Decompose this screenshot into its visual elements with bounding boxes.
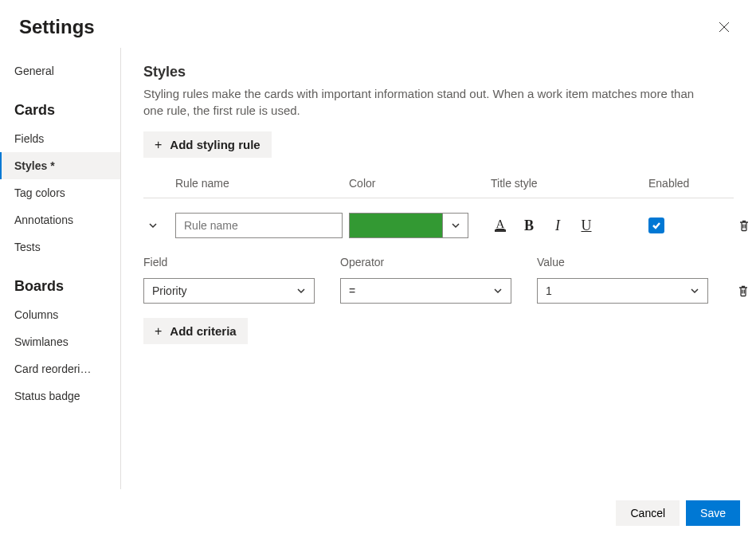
- main-panel: Styles Styling rules make the cards with…: [121, 48, 756, 489]
- color-dropdown-button[interactable]: [442, 214, 468, 237]
- sidebar-item-tag-colors[interactable]: Tag colors: [0, 179, 120, 206]
- add-criteria-button[interactable]: + Add criteria: [143, 318, 248, 344]
- enabled-checkbox[interactable]: [648, 218, 664, 233]
- col-enabled: Enabled: [648, 177, 728, 190]
- delete-rule-button[interactable]: [734, 216, 754, 235]
- rule-row: A B I U: [143, 198, 734, 253]
- add-styling-rule-button[interactable]: + Add styling rule: [143, 131, 272, 158]
- col-operator: Operator: [340, 256, 511, 268]
- sidebar-item-columns[interactable]: Columns: [0, 301, 120, 328]
- sidebar-item-card-reordering[interactable]: Card reorderi…: [0, 355, 120, 382]
- close-icon: [719, 22, 730, 33]
- sidebar-item-tests[interactable]: Tests: [0, 233, 120, 261]
- plus-icon: +: [155, 139, 162, 151]
- font-color-button[interactable]: A: [491, 216, 510, 235]
- dialog-title: Settings: [19, 16, 95, 38]
- sidebar: General Cards Fields Styles * Tag colors…: [0, 48, 121, 489]
- trash-icon: [737, 284, 750, 297]
- color-picker[interactable]: [349, 213, 468, 238]
- chevron-down-icon: [148, 221, 158, 230]
- close-button[interactable]: [711, 14, 737, 40]
- add-criteria-label: Add criteria: [170, 324, 236, 338]
- title-style-group: A B I U: [491, 216, 642, 235]
- chevron-down-icon: [296, 286, 306, 296]
- underline-button[interactable]: U: [577, 216, 596, 235]
- save-button[interactable]: Save: [686, 500, 740, 526]
- chevron-down-icon: [493, 286, 503, 296]
- sidebar-item-annotations[interactable]: Annotations: [0, 206, 120, 233]
- plus-icon: +: [155, 325, 162, 338]
- sidebar-item-fields[interactable]: Fields: [0, 125, 120, 152]
- sidebar-item-status-badge[interactable]: Status badge: [0, 382, 120, 410]
- expand-rule-button[interactable]: [143, 216, 163, 235]
- chevron-down-icon: [690, 286, 699, 296]
- font-color-icon: A: [495, 219, 506, 233]
- col-color: Color: [349, 177, 484, 190]
- cancel-button[interactable]: Cancel: [616, 500, 680, 526]
- sidebar-item-styles[interactable]: Styles *: [0, 152, 120, 179]
- col-value: Value: [537, 256, 708, 268]
- section-description: Styling rules make the cards with import…: [143, 85, 717, 119]
- col-title-style: Title style: [491, 177, 642, 190]
- chevron-down-icon: [451, 221, 460, 230]
- field-select-value: Priority: [152, 284, 187, 297]
- value-select[interactable]: 1: [537, 278, 708, 304]
- delete-criteria-button[interactable]: [734, 281, 753, 300]
- color-swatch: [350, 214, 442, 237]
- operator-select-value: =: [349, 284, 355, 297]
- col-field: Field: [143, 256, 315, 268]
- sidebar-item-general[interactable]: General: [0, 57, 120, 84]
- col-rule-name: Rule name: [175, 177, 343, 190]
- operator-select[interactable]: =: [340, 278, 511, 304]
- sidebar-group-boards: Boards: [0, 261, 120, 301]
- field-select[interactable]: Priority: [143, 278, 315, 304]
- trash-icon: [738, 219, 750, 232]
- italic-button[interactable]: I: [548, 216, 567, 235]
- rule-name-input[interactable]: [175, 213, 343, 238]
- sidebar-group-cards: Cards: [0, 84, 120, 125]
- sidebar-item-swimlanes[interactable]: Swimlanes: [0, 328, 120, 355]
- check-icon: [652, 221, 661, 230]
- section-title: Styles: [143, 64, 734, 80]
- add-styling-rule-label: Add styling rule: [170, 138, 260, 151]
- value-select-value: 1: [546, 284, 552, 297]
- criteria-row: Priority = 1: [143, 278, 734, 318]
- bold-button[interactable]: B: [519, 216, 539, 235]
